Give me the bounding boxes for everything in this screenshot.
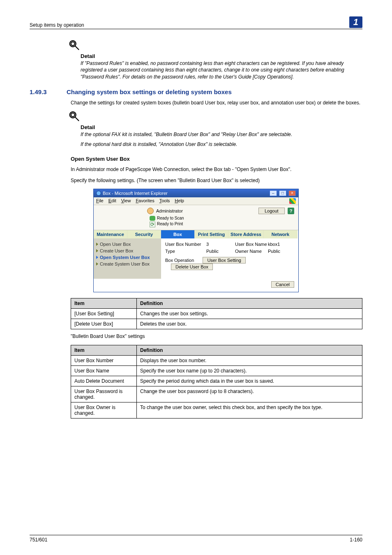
close-icon[interactable]: × bbox=[288, 190, 296, 196]
table-cell-item: Auto Delete Document bbox=[71, 376, 137, 386]
table-cell-item: [Delete User Box] bbox=[71, 319, 137, 329]
value-user-box-number: 3 bbox=[206, 242, 235, 247]
window-titlebar[interactable]: Box - Microsoft Internet Explorer – □ × bbox=[94, 189, 298, 197]
table-row: [User Box Setting] Changes the user box … bbox=[71, 308, 362, 319]
table-caption-2: "Bulletin Board User Box" settings bbox=[71, 333, 362, 339]
section-heading: 1.49.3 Changing system box settings or d… bbox=[30, 88, 362, 95]
window-title: Box - Microsoft Internet Explorer bbox=[103, 191, 168, 196]
detail-line-2: If the optional hard disk is installed, … bbox=[81, 141, 362, 148]
scanner-status-icon bbox=[150, 216, 155, 221]
menu-favorites[interactable]: Favorites bbox=[136, 198, 154, 204]
chapter-badge: 1 bbox=[349, 16, 362, 28]
refresh-icon[interactable]: ⟳ bbox=[150, 222, 155, 227]
detail-line-1: If the optional FAX kit is installed, "B… bbox=[81, 131, 362, 138]
footer-right: 1-160 bbox=[350, 537, 362, 543]
maximize-icon[interactable]: □ bbox=[279, 190, 286, 196]
magnifier-icon bbox=[68, 39, 81, 51]
help-icon[interactable]: ? bbox=[288, 208, 294, 214]
value-type: Public bbox=[206, 249, 235, 254]
tab-print-setting[interactable]: Print Setting bbox=[195, 230, 228, 238]
user-box-setting-button[interactable]: User Box Setting bbox=[203, 257, 246, 264]
table-cell-def: Specify the period during which data in … bbox=[137, 376, 362, 386]
value-user-box-name: kbox1 bbox=[268, 242, 293, 247]
sidebar-open-system-user-box[interactable]: Open System User Box bbox=[96, 254, 159, 261]
table-row: User Box Name Specify the user box name … bbox=[71, 365, 362, 376]
main-tabs: Maintenance Security Box Print Setting S… bbox=[94, 230, 298, 238]
delete-user-box-button[interactable]: Delete User Box bbox=[171, 264, 213, 270]
detail-title: Detail bbox=[81, 53, 362, 59]
admin-icon bbox=[147, 208, 154, 214]
ie-icon bbox=[96, 191, 101, 196]
logout-button[interactable]: Logout bbox=[258, 208, 285, 214]
page-footer: 751/601 1-160 bbox=[30, 535, 362, 543]
menu-tools[interactable]: Tools bbox=[159, 198, 170, 204]
header-left-text: Setup items by operation bbox=[30, 22, 84, 28]
tab-network[interactable]: Network bbox=[264, 230, 297, 238]
menubar: File Edit View Favorites Tools Help bbox=[94, 197, 298, 205]
page-header: Setup items by operation 1 bbox=[30, 16, 362, 29]
paragraph-1: In Administrator mode of PageScope Web C… bbox=[71, 166, 362, 173]
detail-note-2: Detail If the optional FAX kit is instal… bbox=[71, 110, 362, 148]
cancel-button[interactable]: Cancel bbox=[271, 281, 294, 288]
admin-label: Administrator bbox=[156, 208, 183, 213]
table-cell-def: Displays the user box number. bbox=[137, 355, 362, 365]
table-cell-item: [User Box Setting] bbox=[71, 308, 137, 319]
label-type: Type bbox=[165, 249, 206, 254]
label-user-box-name: User Box Name bbox=[235, 242, 268, 247]
value-owner-name: Public bbox=[268, 249, 293, 254]
table-cell-item: User Box Password is changed. bbox=[71, 386, 137, 402]
chevron-right-icon bbox=[96, 243, 98, 246]
detail-body: If "Password Rules" is enabled, no passw… bbox=[81, 60, 362, 80]
minimize-icon[interactable]: – bbox=[270, 190, 277, 196]
table-header-item: Item bbox=[71, 345, 137, 355]
table-cell-def: To change the user box owner, select thi… bbox=[137, 402, 362, 418]
menu-file[interactable]: File bbox=[96, 198, 104, 204]
tab-maintenance[interactable]: Maintenance bbox=[94, 230, 127, 238]
main-panel: User Box Number 3 User Box Name kbox1 Ty… bbox=[161, 238, 298, 279]
definitions-table-1: Item Definition [User Box Setting] Chang… bbox=[71, 298, 362, 329]
svg-point-4 bbox=[71, 113, 75, 117]
svg-point-1 bbox=[71, 42, 75, 46]
section-intro: Change the settings for created system b… bbox=[71, 99, 362, 106]
sidebar-create-user-box[interactable]: Create User Box bbox=[96, 247, 159, 254]
tab-box[interactable]: Box bbox=[161, 230, 195, 238]
menu-edit[interactable]: Edit bbox=[108, 198, 116, 204]
table-header-definition: Definition bbox=[137, 298, 362, 308]
svg-line-2 bbox=[75, 46, 78, 49]
tab-security[interactable]: Security bbox=[127, 230, 161, 238]
chevron-right-icon bbox=[96, 256, 98, 259]
table-header-definition: Definition bbox=[137, 345, 362, 355]
table-row: Auto Delete Document Specify the period … bbox=[71, 376, 362, 386]
definitions-table-2: Item Definition User Box Number Displays… bbox=[71, 345, 362, 419]
table-row: User Box Password is changed. Change the… bbox=[71, 386, 362, 402]
table-row: User Box Owner is changed. To change the… bbox=[71, 402, 362, 418]
footer-left: 751/601 bbox=[30, 537, 47, 543]
table-cell-item: User Box Owner is changed. bbox=[71, 402, 137, 418]
svg-line-5 bbox=[75, 117, 78, 120]
table-cell-def: Changes the user box settings. bbox=[137, 308, 362, 319]
sidebar-open-user-box[interactable]: Open User Box bbox=[96, 241, 159, 247]
label-user-box-number: User Box Number bbox=[165, 242, 206, 247]
table-cell-item: User Box Number bbox=[71, 355, 137, 365]
section-title: Changing system box settings or deleting… bbox=[67, 88, 232, 95]
label-owner-name: Owner Name bbox=[235, 249, 268, 254]
status-scan: Ready to Scan bbox=[157, 216, 184, 220]
browser-screenshot: Box - Microsoft Internet Explorer – □ × … bbox=[93, 189, 299, 292]
chevron-right-icon bbox=[96, 249, 98, 252]
sub-heading: Open System User Box bbox=[71, 156, 362, 162]
tab-store-address[interactable]: Store Address bbox=[228, 230, 264, 238]
menu-help[interactable]: Help bbox=[175, 198, 184, 204]
menu-view[interactable]: View bbox=[121, 198, 131, 204]
label-box-operation: Box Operation bbox=[165, 258, 194, 263]
ie-throbber-icon bbox=[289, 198, 296, 204]
magnifier-icon bbox=[68, 110, 81, 123]
table-cell-def: Deletes the user box. bbox=[137, 319, 362, 329]
table-row: [Delete User Box] Deletes the user box. bbox=[71, 319, 362, 329]
detail-title: Detail bbox=[81, 124, 362, 130]
table-cell-item: User Box Name bbox=[71, 365, 137, 376]
table-cell-def: Change the user box password (up to 8 ch… bbox=[137, 386, 362, 402]
detail-note-1: Detail If "Password Rules" is enabled, n… bbox=[71, 39, 362, 80]
sidebar-create-system-user-box[interactable]: Create System User Box bbox=[96, 261, 159, 267]
chevron-right-icon bbox=[96, 262, 98, 266]
table-header-item: Item bbox=[71, 298, 137, 308]
